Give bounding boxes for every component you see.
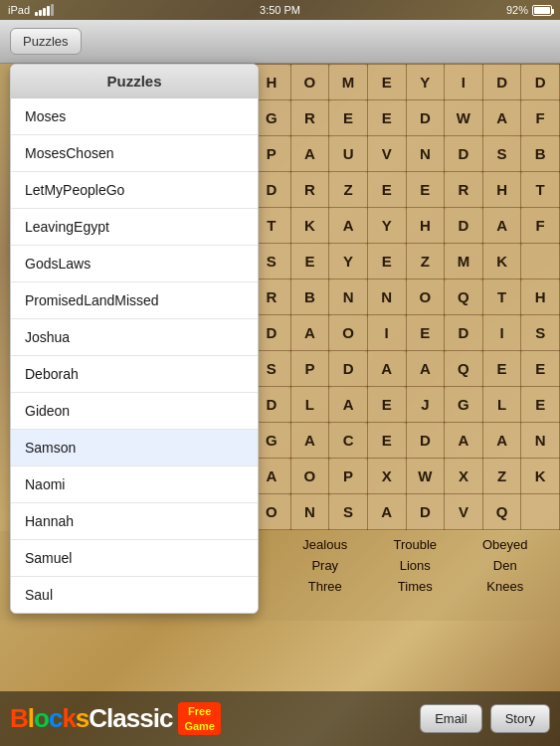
puzzle-item-samson[interactable]: Samson [11,430,258,466]
grid-cell[interactable]: I [367,315,406,351]
grid-cell[interactable]: D [406,100,445,136]
grid-cell[interactable]: L [290,387,329,423]
grid-cell[interactable]: E [521,351,560,387]
grid-cell[interactable]: A [406,351,445,387]
grid-cell[interactable]: Y [406,65,445,100]
grid-cell[interactable]: V [445,494,483,530]
grid-cell[interactable]: O [406,280,445,315]
grid-cell[interactable]: A [482,208,521,244]
grid-cell[interactable]: M [329,65,368,100]
word-item[interactable]: Pray [280,556,371,575]
grid-cell[interactable]: A [367,351,406,387]
puzzle-item-naomi[interactable]: Naomi [11,466,258,503]
grid-cell[interactable]: D [445,136,483,172]
grid-cell[interactable]: I [445,65,483,100]
grid-cell[interactable]: A [482,100,521,136]
grid-cell[interactable]: E [367,172,406,208]
puzzle-item-joshua[interactable]: Joshua [11,319,258,356]
grid-cell[interactable]: W [406,459,445,494]
grid-cell[interactable]: F [521,208,560,244]
grid-cell[interactable]: B [290,280,329,315]
grid-cell[interactable]: V [367,136,406,172]
grid-cell[interactable]: A [290,315,329,351]
grid-cell[interactable]: Z [482,459,521,494]
grid-cell[interactable]: H [482,172,521,208]
grid-cell[interactable]: O [290,65,329,100]
grid-cell[interactable]: Q [445,351,483,387]
word-item[interactable]: Obeyed [461,535,551,554]
puzzle-item-godslaws[interactable]: GodsLaws [11,246,258,282]
grid-cell[interactable]: P [290,351,329,387]
grid-cell[interactable]: D [445,315,483,351]
grid-cell[interactable]: D [406,423,445,459]
grid-cell[interactable]: R [445,172,483,208]
word-item[interactable]: Knees [461,577,551,596]
puzzle-item-leavingegypt[interactable]: LeavingEgypt [11,209,258,246]
grid-cell[interactable]: K [290,208,329,244]
grid-cell[interactable]: A [367,494,406,530]
word-item[interactable]: Den [461,556,551,575]
grid-cell[interactable]: E [367,387,406,423]
grid-cell[interactable]: E [367,244,406,280]
grid-cell[interactable]: T [521,172,560,208]
grid-cell[interactable]: E [406,172,445,208]
puzzle-item-hannah[interactable]: Hannah [11,503,258,540]
grid-cell[interactable]: A [290,423,329,459]
grid-cell[interactable]: T [482,280,521,315]
grid-cell[interactable]: L [482,387,521,423]
grid-cell[interactable]: K [521,459,560,494]
grid-cell[interactable] [521,494,560,530]
grid-cell[interactable]: E [367,423,406,459]
grid-cell[interactable]: S [521,315,560,351]
grid-cell[interactable]: Z [406,244,445,280]
grid-cell[interactable]: A [445,423,483,459]
grid-cell[interactable]: D [329,351,368,387]
puzzle-item-saul[interactable]: Saul [11,577,258,613]
grid-cell[interactable]: D [482,65,521,100]
grid-cell[interactable]: A [329,208,368,244]
puzzle-item-deborah[interactable]: Deborah [11,356,258,393]
grid-cell[interactable]: Q [482,494,521,530]
grid-cell[interactable]: U [329,136,368,172]
email-button[interactable]: Email [420,704,482,733]
grid-cell[interactable]: H [521,280,560,315]
grid-cell[interactable]: N [290,494,329,530]
grid-cell[interactable]: K [482,244,521,280]
grid-cell[interactable]: G [445,387,483,423]
grid-cell[interactable]: N [367,280,406,315]
grid-cell[interactable]: N [329,280,368,315]
grid-cell[interactable]: E [521,387,560,423]
puzzle-item-gideon[interactable]: Gideon [11,393,258,430]
grid-cell[interactable]: A [329,387,368,423]
puzzle-item-promisedlandmissed[interactable]: PromisedLandMissed [11,282,258,319]
grid-cell[interactable]: O [290,459,329,494]
grid-cell[interactable]: D [521,65,560,100]
grid-cell[interactable]: Y [367,208,406,244]
word-item[interactable]: Trouble [370,535,461,554]
grid-cell[interactable]: S [482,136,521,172]
grid-cell[interactable] [521,244,560,280]
grid-cell[interactable]: D [445,208,483,244]
grid-cell[interactable]: D [406,494,445,530]
grid-cell[interactable]: X [367,459,406,494]
puzzles-button[interactable]: Puzzles [10,28,82,55]
story-button[interactable]: Story [490,704,550,733]
grid-cell[interactable]: H [406,208,445,244]
grid-cell[interactable]: E [329,100,368,136]
word-item[interactable]: Times [370,577,461,596]
grid-cell[interactable]: E [290,244,329,280]
grid-cell[interactable]: Y [329,244,368,280]
grid-cell[interactable]: N [521,423,560,459]
grid-cell[interactable]: A [290,136,329,172]
grid-cell[interactable]: B [521,136,560,172]
grid-cell[interactable]: Z [329,172,368,208]
word-item[interactable]: Three [280,577,371,596]
grid-cell[interactable]: F [521,100,560,136]
grid-cell[interactable]: C [329,423,368,459]
grid-cell[interactable]: J [406,387,445,423]
grid-cell[interactable]: R [290,100,329,136]
grid-cell[interactable]: S [329,494,368,530]
grid-cell[interactable]: P [329,459,368,494]
grid-cell[interactable]: M [445,244,483,280]
grid-cell[interactable]: E [482,351,521,387]
